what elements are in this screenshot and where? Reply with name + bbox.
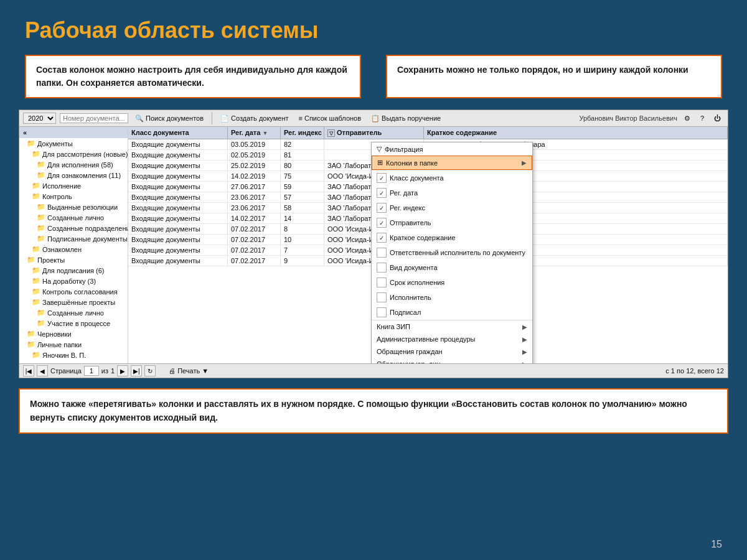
col-item-label: Рег. индекс bbox=[390, 204, 425, 212]
cell-regdate: 03.05.2019 bbox=[228, 139, 281, 149]
sidebar-item-acquaint[interactable]: 📁 Для ознакомления (11) bbox=[19, 170, 128, 180]
cell-klass: Входящие документы bbox=[128, 213, 228, 223]
power-icon[interactable]: ⏻ bbox=[711, 113, 724, 123]
create-icon: 📄 bbox=[220, 114, 229, 123]
separator-1 bbox=[212, 112, 212, 124]
sidebar-item-sign[interactable]: 📁 Для подписания (6) bbox=[19, 265, 128, 276]
prev-page-btn[interactable]: ◀ bbox=[37, 365, 48, 376]
help-icon[interactable]: ? bbox=[697, 113, 707, 123]
col-header-regindex[interactable]: Рег. индекс bbox=[281, 127, 324, 139]
doc-number-input[interactable] bbox=[60, 113, 128, 123]
cell-regdate: 07.02.2017 bbox=[228, 224, 281, 234]
sidebar-item-sozd-podraz[interactable]: 📁 Созданные подразделением bbox=[19, 223, 128, 233]
sidebar-item-revision[interactable]: 📁 На доработку (3) bbox=[19, 276, 128, 286]
page-title: Рабочая область системы bbox=[0, 0, 747, 55]
print-button[interactable]: 🖨 Печать ▼ bbox=[166, 366, 212, 376]
dropdown-submenu-item[interactable]: Обращения юр. лиц ▶ bbox=[372, 358, 532, 363]
sidebar-item-created-self[interactable]: 📁 Созданные лично bbox=[19, 307, 128, 318]
templates-button[interactable]: ≡ Список шаблонов bbox=[296, 113, 365, 123]
dropdown-col-item[interactable]: Вид документа bbox=[372, 260, 532, 275]
col-item-label: Исполнитель bbox=[390, 294, 431, 301]
cell-klass: Входящие документы bbox=[128, 235, 228, 245]
sidebar-item-podpisanie[interactable]: 📁 Подписанные документы bbox=[19, 233, 128, 244]
folder-icon: 📁 bbox=[37, 171, 45, 179]
toolbar: 2020 🔍 Поиск документов 📄 Создать докуме… bbox=[19, 110, 728, 127]
dropdown-section-cols: ✓ Класс документа ✓ Рег. дата ✓ Рег. инд… bbox=[372, 170, 532, 320]
dropdown-submenu-item[interactable]: Книга ЗИП ▶ bbox=[372, 320, 532, 333]
sidebar-collapse-btn[interactable]: « bbox=[19, 127, 128, 138]
col-item-label: Рег. дата bbox=[390, 189, 418, 197]
col-header-sender[interactable]: ▽ Отправитель bbox=[324, 127, 424, 139]
sidebar-item-vydanie[interactable]: 📁 Выданные резолюции bbox=[19, 202, 128, 212]
next-page-btn[interactable]: ▶ bbox=[117, 365, 128, 376]
folder-icon: 📁 bbox=[37, 203, 45, 211]
columns-item[interactable]: ⊞ Колонки в папке ▶ bbox=[372, 156, 532, 170]
cell-regdate: 23.06.2017 bbox=[228, 192, 281, 202]
submenu-arrow: ▶ bbox=[522, 159, 527, 166]
sidebar-item-sozd-lichno[interactable]: 📁 Созданные лично bbox=[19, 212, 128, 223]
sidebar-item-participation[interactable]: 📁 Участие в процессе bbox=[19, 318, 128, 329]
dropdown-col-item[interactable]: Ответственный исполнитель по документу bbox=[372, 245, 532, 260]
dropdown-col-item[interactable]: ✓ Отправитель bbox=[372, 215, 532, 230]
sidebar-item-drafts[interactable]: 📁 Черновики bbox=[19, 329, 128, 339]
sidebar-item-ispolnenie[interactable]: 📁 Исполнение bbox=[19, 180, 128, 191]
dropdown-col-item[interactable]: ✓ Класс документа bbox=[372, 170, 532, 185]
sidebar-item-review[interactable]: 📁 Для рассмотрения (новые) bbox=[19, 149, 128, 159]
year-select[interactable]: 2020 bbox=[23, 113, 56, 124]
cell-regdate: 07.02.2017 bbox=[228, 245, 281, 255]
checkbox-icon bbox=[377, 292, 387, 302]
settings-icon[interactable]: ⚙ bbox=[681, 113, 693, 124]
callout-top-right: Сохранить можно не только порядок, но и … bbox=[386, 55, 722, 98]
folder-icon: 📁 bbox=[32, 245, 40, 253]
cell-regdate: 27.06.2017 bbox=[228, 182, 281, 192]
last-page-btn[interactable]: ▶| bbox=[131, 365, 142, 376]
folder-icon: 📁 bbox=[32, 192, 40, 200]
sidebar-item-kontrol[interactable]: 📁 Контроль bbox=[19, 191, 128, 202]
dropdown-submenu-item[interactable]: Обращения граждан ▶ bbox=[372, 345, 532, 358]
submenu-item-label: Обращения граждан bbox=[377, 348, 443, 355]
dropdown-submenu-item[interactable]: Административные процедуры ▶ bbox=[372, 333, 532, 345]
col-header-klass[interactable]: Класс документа bbox=[128, 127, 228, 139]
issue-button[interactable]: 📋 Выдать поручение bbox=[368, 113, 444, 124]
folder-icon: 📁 bbox=[32, 150, 40, 158]
col-item-label: Вид документа bbox=[390, 264, 438, 271]
folder-icon: 📁 bbox=[32, 351, 40, 359]
dropdown-col-item[interactable]: ✓ Рег. дата bbox=[372, 185, 532, 200]
submenu-arrow: ▶ bbox=[522, 348, 527, 355]
sidebar-item-completed[interactable]: 📁 Завершённые проекты bbox=[19, 297, 128, 307]
sidebar-item-personal[interactable]: 📁 Личные папки bbox=[19, 339, 128, 350]
callout-bottom-wrapper: Можно также «перетягивать» колонки и рас… bbox=[19, 388, 728, 434]
folder-icon: 📁 bbox=[27, 330, 35, 338]
status-right: с 1 по 12, всего 12 bbox=[665, 367, 724, 375]
dropdown-col-item[interactable]: ✓ Рег. индекс bbox=[372, 200, 532, 215]
folder-icon: 📁 bbox=[27, 139, 35, 147]
sidebar-item-approval[interactable]: 📁 Контроль согласования bbox=[19, 286, 128, 297]
dropdown-col-item[interactable]: Срок исполнения bbox=[372, 275, 532, 290]
page-input[interactable] bbox=[84, 366, 99, 376]
dropdown-col-item[interactable]: Исполнитель bbox=[372, 290, 532, 305]
sidebar-item-oznakomlen[interactable]: 📁 Ознакомлен bbox=[19, 244, 128, 254]
table-header: Класс документа Рег. дата ▼ Рег. индекс … bbox=[128, 127, 728, 139]
col-header-regdate[interactable]: Рег. дата ▼ bbox=[228, 127, 281, 139]
search-button[interactable]: 🔍 Поиск документов bbox=[132, 113, 207, 124]
cell-klass: Входящие документы bbox=[128, 192, 228, 202]
dropdown-col-item[interactable]: Подписал bbox=[372, 305, 532, 320]
issue-icon: 📋 bbox=[371, 114, 380, 123]
create-doc-button[interactable]: 📄 Создать документ bbox=[217, 113, 292, 124]
sidebar-item-yanochkin[interactable]: 📁 Яночкин В. П. bbox=[19, 350, 128, 360]
filter-item[interactable]: ▽ Фильтрация bbox=[372, 142, 532, 156]
content-area: Класс документа Рег. дата ▼ Рег. индекс … bbox=[128, 127, 728, 363]
sidebar-item-projects[interactable]: 📁 Проекты bbox=[19, 254, 128, 265]
sidebar-item-documents[interactable]: 📁 Документы bbox=[19, 138, 128, 149]
sidebar-item-execution[interactable]: 📁 Для исполнения (58) bbox=[19, 159, 128, 170]
cell-regindex: 58 bbox=[281, 203, 324, 213]
checkbox-icon: ✓ bbox=[377, 203, 387, 213]
main-area: « 📁 Документы 📁 Для рассмотрения (новые)… bbox=[19, 127, 728, 363]
dropdown-col-item[interactable]: ✓ Краткое содержание bbox=[372, 230, 532, 245]
cell-regdate: 07.02.2017 bbox=[228, 235, 281, 245]
callouts-top: Состав колонок можно настроить для себя … bbox=[0, 55, 747, 110]
col-item-label: Отправитель bbox=[390, 219, 431, 226]
refresh-btn[interactable]: ↻ bbox=[144, 365, 156, 376]
first-page-btn[interactable]: |◀ bbox=[23, 365, 34, 376]
col-header-brief[interactable]: Краткое содержание bbox=[424, 127, 728, 139]
